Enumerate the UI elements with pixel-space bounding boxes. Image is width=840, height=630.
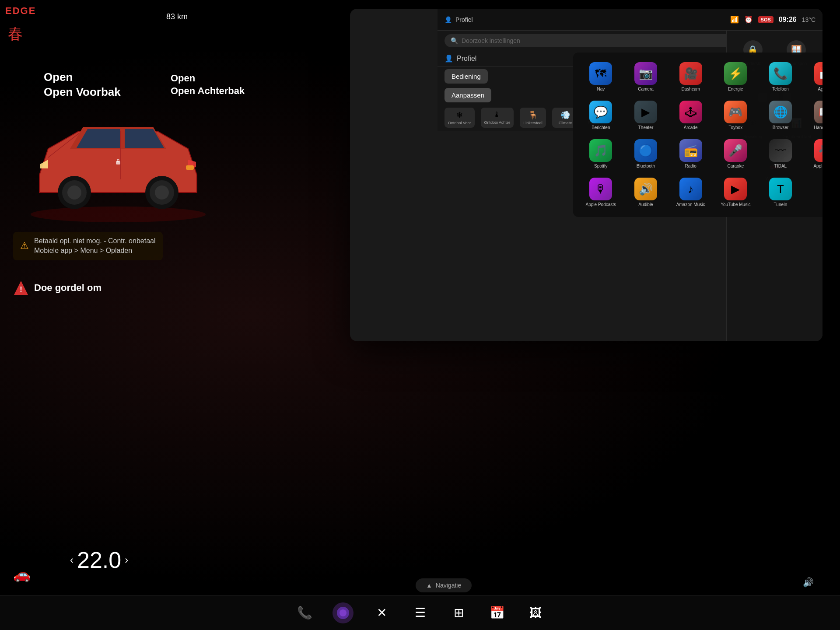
audible-icon: 🔊 bbox=[634, 178, 657, 200]
youtube-label: YouTube Music bbox=[721, 202, 750, 207]
profile-section[interactable]: 👤 Profiel bbox=[444, 16, 473, 23]
aanpassen-button[interactable]: Aanpassen bbox=[444, 88, 491, 102]
svg-point-6 bbox=[155, 186, 169, 200]
app-caraoke[interactable]: 🎤Caraoke bbox=[715, 136, 756, 172]
toybox-label: Toybox bbox=[728, 125, 742, 130]
search-placeholder: Doorzoek instellingen bbox=[462, 37, 520, 44]
theater-icon: ▶ bbox=[634, 101, 657, 123]
search-icon: 🔍 bbox=[451, 37, 458, 44]
telefoon-label: Telefoon bbox=[772, 87, 789, 92]
agenda-label: Agenda bbox=[818, 87, 822, 92]
app-podcasts[interactable]: 🎙Apple Podcasts bbox=[580, 175, 622, 210]
seatbelt-text: Doe gordel om bbox=[34, 282, 102, 294]
svg-point-3 bbox=[67, 186, 81, 200]
warning-text-1: Betaald opl. niet mog. - Contr. onbetaal bbox=[34, 236, 156, 246]
seatbelt-warning: ! Doe gordel om bbox=[13, 280, 102, 296]
svg-point-0 bbox=[31, 206, 206, 222]
app-theater[interactable]: ▶Theater bbox=[625, 98, 667, 133]
temperature: 13°C bbox=[802, 16, 816, 23]
warning-text-2: Mobiele app > Menu > Opladen bbox=[34, 246, 156, 256]
bottom-nav-close[interactable]: ✕ bbox=[371, 602, 392, 623]
app-arcade[interactable]: 🕹Arcade bbox=[670, 98, 711, 133]
theater-label: Theater bbox=[638, 125, 653, 130]
speed-decrease-button[interactable]: ‹ bbox=[70, 554, 74, 566]
audible-label: Audible bbox=[638, 202, 653, 207]
arcade-icon: 🕹 bbox=[679, 101, 702, 123]
bluetooth-label: Bluetooth bbox=[637, 164, 655, 169]
nav-label: Nav bbox=[597, 87, 605, 92]
app-browser[interactable]: 🌐Browser bbox=[760, 98, 802, 133]
bottom-nav-gallery[interactable]: 🖼 bbox=[525, 602, 546, 623]
app-toybox[interactable]: 🎮Toybox bbox=[715, 98, 756, 133]
bottom-nav-phone[interactable]: 📞 bbox=[294, 602, 315, 623]
amazonmusic-icon: ♪ bbox=[679, 178, 702, 200]
ctrl-ontdooi-voor[interactable]: ❄ Ontdooi Voor bbox=[444, 108, 475, 128]
app-tidal[interactable]: 〰TIDAL bbox=[760, 136, 802, 172]
speed-increase-button[interactable]: › bbox=[125, 554, 128, 566]
settings-panel: 👤 Profiel 📶 ⏰ SOS 09:26 13°C 🔍 Doorzoek … bbox=[438, 9, 822, 341]
profile-row-label: Profiel bbox=[457, 55, 476, 63]
app-camera[interactable]: 📷Camera bbox=[625, 60, 667, 94]
warning-icon: ⚠ bbox=[20, 240, 29, 252]
caraoke-label: Caraoke bbox=[727, 164, 744, 169]
app-tunein[interactable]: TTuneIn bbox=[760, 175, 802, 210]
profile-info: 👤 Profiel bbox=[444, 54, 476, 63]
app-telefoon[interactable]: 📞Telefoon bbox=[760, 60, 802, 94]
handleiding-label: Handleiding bbox=[814, 125, 822, 130]
profile-icon: 👤 bbox=[444, 16, 452, 23]
app-bluetooth[interactable]: 🔵Bluetooth bbox=[625, 136, 667, 172]
app-energie[interactable]: ⚡Energie bbox=[715, 60, 756, 94]
app-dashcam[interactable]: 🎥Dashcam bbox=[670, 60, 711, 94]
defrost-rear-icon: 🌡 bbox=[493, 110, 501, 119]
bottom-nav-calendar[interactable]: 📅 bbox=[486, 602, 508, 623]
app-spotify[interactable]: 🎵Spotify bbox=[580, 136, 622, 172]
handleiding-icon: 📖 bbox=[814, 101, 822, 123]
svg-point-15 bbox=[340, 609, 346, 616]
app-agenda[interactable]: 📅Agenda bbox=[805, 60, 822, 94]
profile-avatar-icon: 👤 bbox=[444, 54, 453, 63]
bottom-nav-menu2[interactable]: ⊞ bbox=[448, 602, 469, 623]
km-indicator: 83 km bbox=[166, 12, 188, 21]
tidal-icon: 〰 bbox=[769, 139, 792, 162]
radio-icon: 📻 bbox=[679, 139, 702, 162]
youtube-icon: ▶ bbox=[724, 178, 747, 200]
tunein-label: TuneIn bbox=[774, 202, 788, 207]
bottom-nav-bar: 📞 ✕ ☰ ⊞ 📅 🖼 bbox=[0, 595, 840, 630]
navigatie-button[interactable]: ▲ Navigatie bbox=[416, 578, 472, 592]
app-amazonmusic[interactable]: ♪Amazon Music bbox=[670, 175, 711, 210]
tidal-label: TIDAL bbox=[774, 164, 787, 169]
bottom-nav-menu1[interactable]: ☰ bbox=[410, 602, 430, 623]
app-grid-overlay: 🗺Nav📷Camera🎥Dashcam⚡Energie📞Telefoon📅Age… bbox=[573, 52, 822, 217]
podcasts-icon: 🎙 bbox=[589, 178, 612, 200]
toybox-icon: 🎮 bbox=[724, 101, 747, 123]
agenda-icon: 📅 bbox=[814, 62, 822, 85]
app-grid: 🗺Nav📷Camera🎥Dashcam⚡Energie📞Telefoon📅Age… bbox=[580, 60, 822, 210]
app-audible[interactable]: 🔊Audible bbox=[625, 175, 667, 210]
spring-icon: 春 bbox=[8, 24, 23, 44]
nav-triangle-icon: ▲ bbox=[426, 582, 432, 589]
tesla-screen: 👤 Profiel 📶 ⏰ SOS 09:26 13°C 🔍 Doorzoek … bbox=[350, 9, 822, 341]
bottom-nav-app1[interactable] bbox=[332, 602, 354, 623]
svg-text:!: ! bbox=[20, 285, 22, 294]
podcasts-label: Apple Podcasts bbox=[586, 202, 616, 207]
navigatie-label: Navigatie bbox=[436, 582, 461, 589]
bediening-button[interactable]: Bediening bbox=[444, 69, 488, 84]
ctrl-linkerstoel[interactable]: 🪑 Linkerstoel bbox=[520, 108, 546, 128]
browser-label: Browser bbox=[773, 125, 789, 130]
applemusic-icon: 🎶 bbox=[814, 139, 822, 162]
app-handleiding[interactable]: 📖Handleiding bbox=[805, 98, 822, 133]
amazonmusic-label: Amazon Music bbox=[676, 202, 705, 207]
ctrl-ontdooi-achter[interactable]: 🌡 Ontdooi Achter bbox=[481, 108, 514, 128]
settings-topbar: 👤 Profiel 📶 ⏰ SOS 09:26 13°C bbox=[438, 9, 822, 31]
sos-icon: SOS bbox=[758, 16, 774, 23]
app-applemusic[interactable]: 🎶Apple Music bbox=[805, 136, 822, 172]
climate-label: Climate bbox=[559, 121, 572, 125]
energie-icon: ⚡ bbox=[724, 62, 747, 85]
app-nav[interactable]: 🗺Nav bbox=[580, 60, 622, 94]
tunein-icon: T bbox=[769, 178, 792, 200]
speaker-icon[interactable]: 🔊 bbox=[803, 577, 814, 588]
app-radio[interactable]: 📻Radio bbox=[670, 136, 711, 172]
app-berichten[interactable]: 💬Berichten bbox=[580, 98, 622, 133]
app-youtube[interactable]: ▶YouTube Music bbox=[715, 175, 756, 210]
wifi-icon: 📶 bbox=[730, 15, 739, 24]
